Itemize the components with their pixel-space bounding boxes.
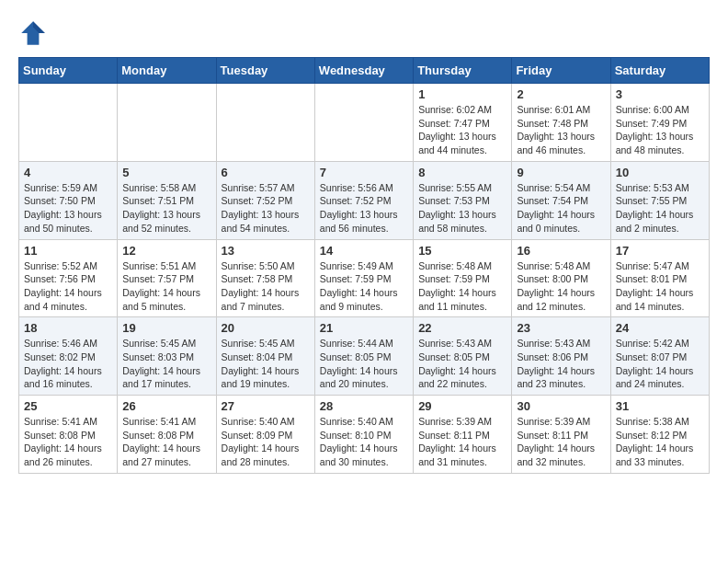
calendar-cell: 12Sunrise: 5:51 AM Sunset: 7:57 PM Dayli… [118,239,216,317]
header-row: SundayMondayTuesdayWednesdayThursdayFrid… [19,58,710,84]
calendar-cell: 20Sunrise: 5:45 AM Sunset: 8:04 PM Dayli… [216,317,314,396]
day-info: Sunrise: 5:56 AM Sunset: 7:52 PM Dayligh… [320,181,408,236]
calendar-cell: 30Sunrise: 5:39 AM Sunset: 8:11 PM Dayli… [512,396,610,474]
day-info: Sunrise: 6:01 AM Sunset: 7:48 PM Dayligh… [517,103,605,157]
day-info: Sunrise: 5:58 AM Sunset: 7:51 PM Dayligh… [122,181,210,236]
day-info: Sunrise: 5:38 AM Sunset: 8:12 PM Dayligh… [616,415,704,469]
day-info: Sunrise: 5:41 AM Sunset: 8:08 PM Dayligh… [122,415,210,469]
calendar-cell [314,84,413,162]
day-info: Sunrise: 5:42 AM Sunset: 8:07 PM Dayligh… [616,337,704,391]
day-info: Sunrise: 5:39 AM Sunset: 8:11 PM Dayligh… [517,415,605,469]
day-number: 29 [418,399,506,413]
calendar-cell: 6Sunrise: 5:57 AM Sunset: 7:52 PM Daylig… [216,161,314,239]
day-number: 5 [122,166,210,179]
calendar-cell: 8Sunrise: 5:55 AM Sunset: 7:53 PM Daylig… [414,161,512,239]
day-info: Sunrise: 5:54 AM Sunset: 7:54 PM Dayligh… [517,181,605,236]
day-number: 10 [616,166,704,179]
calendar-cell: 17Sunrise: 5:47 AM Sunset: 8:01 PM Dayli… [610,239,709,317]
calendar-cell: 28Sunrise: 5:40 AM Sunset: 8:10 PM Dayli… [314,396,413,474]
day-info: Sunrise: 6:02 AM Sunset: 7:47 PM Dayligh… [418,103,506,157]
calendar-cell: 14Sunrise: 5:49 AM Sunset: 7:59 PM Dayli… [314,239,413,317]
day-number: 12 [122,244,210,258]
calendar-cell [118,84,216,162]
calendar-cell: 10Sunrise: 5:53 AM Sunset: 7:55 PM Dayli… [610,161,709,239]
day-info: Sunrise: 5:52 AM Sunset: 7:56 PM Dayligh… [24,259,112,314]
calendar-cell: 25Sunrise: 5:41 AM Sunset: 8:08 PM Dayli… [19,396,118,474]
calendar-cell [216,84,314,162]
calendar-cell: 27Sunrise: 5:40 AM Sunset: 8:09 PM Dayli… [216,396,314,474]
day-info: Sunrise: 5:43 AM Sunset: 8:06 PM Dayligh… [517,337,605,391]
day-info: Sunrise: 5:53 AM Sunset: 7:55 PM Dayligh… [616,181,704,236]
calendar-cell: 15Sunrise: 5:48 AM Sunset: 7:59 PM Dayli… [414,239,512,317]
logo [18,18,53,48]
calendar-cell: 19Sunrise: 5:45 AM Sunset: 8:03 PM Dayli… [118,317,216,396]
day-info: Sunrise: 5:45 AM Sunset: 8:04 PM Dayligh… [222,337,310,391]
day-header-friday: Friday [512,58,610,84]
day-info: Sunrise: 5:40 AM Sunset: 8:09 PM Dayligh… [222,415,310,469]
day-number: 23 [517,321,605,335]
calendar-cell: 29Sunrise: 5:39 AM Sunset: 8:11 PM Dayli… [414,396,512,474]
day-number: 4 [24,166,112,179]
day-info: Sunrise: 5:40 AM Sunset: 8:10 PM Dayligh… [320,415,408,469]
day-info: Sunrise: 5:55 AM Sunset: 7:53 PM Dayligh… [418,181,506,236]
calendar-cell: 7Sunrise: 5:56 AM Sunset: 7:52 PM Daylig… [314,161,413,239]
day-info: Sunrise: 5:44 AM Sunset: 8:05 PM Dayligh… [320,337,408,391]
calendar-cell: 26Sunrise: 5:41 AM Sunset: 8:08 PM Dayli… [118,396,216,474]
day-number: 6 [222,166,310,179]
day-info: Sunrise: 6:00 AM Sunset: 7:49 PM Dayligh… [616,103,704,157]
day-info: Sunrise: 5:48 AM Sunset: 7:59 PM Dayligh… [418,259,506,314]
day-header-wednesday: Wednesday [314,58,413,84]
day-header-thursday: Thursday [414,58,512,84]
day-number: 9 [517,166,605,179]
day-number: 16 [517,244,605,258]
day-number: 28 [320,399,408,413]
calendar-cell: 3Sunrise: 6:00 AM Sunset: 7:49 PM Daylig… [610,84,709,162]
day-number: 13 [222,244,310,258]
calendar-week-2: 4Sunrise: 5:59 AM Sunset: 7:50 PM Daylig… [19,161,710,239]
day-info: Sunrise: 5:59 AM Sunset: 7:50 PM Dayligh… [24,181,112,236]
day-number: 18 [24,321,112,335]
day-info: Sunrise: 5:49 AM Sunset: 7:59 PM Dayligh… [320,259,408,314]
day-info: Sunrise: 5:43 AM Sunset: 8:05 PM Dayligh… [418,337,506,391]
calendar-cell: 31Sunrise: 5:38 AM Sunset: 8:12 PM Dayli… [610,396,709,474]
calendar-week-4: 18Sunrise: 5:46 AM Sunset: 8:02 PM Dayli… [19,317,710,396]
day-number: 7 [320,166,408,179]
day-number: 31 [616,399,704,413]
calendar-week-3: 11Sunrise: 5:52 AM Sunset: 7:56 PM Dayli… [19,239,710,317]
day-number: 17 [616,244,704,258]
calendar-cell: 5Sunrise: 5:58 AM Sunset: 7:51 PM Daylig… [118,161,216,239]
calendar-body: 1Sunrise: 6:02 AM Sunset: 7:47 PM Daylig… [19,84,710,474]
day-number: 8 [418,166,506,179]
day-header-sunday: Sunday [19,58,118,84]
calendar-cell: 24Sunrise: 5:42 AM Sunset: 8:07 PM Dayli… [610,317,709,396]
day-number: 11 [24,244,112,258]
calendar-table: SundayMondayTuesdayWednesdayThursdayFrid… [18,57,710,474]
day-number: 26 [122,399,210,413]
calendar-header: SundayMondayTuesdayWednesdayThursdayFrid… [19,58,710,84]
logo-icon [18,18,48,48]
day-number: 15 [418,244,506,258]
day-number: 27 [222,399,310,413]
day-number: 19 [122,321,210,335]
day-number: 3 [616,87,704,101]
day-number: 24 [616,321,704,335]
day-number: 2 [517,87,605,101]
day-info: Sunrise: 5:57 AM Sunset: 7:52 PM Dayligh… [222,181,310,236]
day-number: 14 [320,244,408,258]
day-header-saturday: Saturday [610,58,709,84]
day-number: 22 [418,321,506,335]
day-header-monday: Monday [118,58,216,84]
day-info: Sunrise: 5:51 AM Sunset: 7:57 PM Dayligh… [122,259,210,314]
day-info: Sunrise: 5:48 AM Sunset: 8:00 PM Dayligh… [517,259,605,314]
calendar-cell: 11Sunrise: 5:52 AM Sunset: 7:56 PM Dayli… [19,239,118,317]
calendar-cell: 1Sunrise: 6:02 AM Sunset: 7:47 PM Daylig… [414,84,512,162]
calendar-cell: 2Sunrise: 6:01 AM Sunset: 7:48 PM Daylig… [512,84,610,162]
calendar-week-5: 25Sunrise: 5:41 AM Sunset: 8:08 PM Dayli… [19,396,710,474]
calendar-cell: 13Sunrise: 5:50 AM Sunset: 7:58 PM Dayli… [216,239,314,317]
day-number: 1 [418,87,506,101]
day-info: Sunrise: 5:41 AM Sunset: 8:08 PM Dayligh… [24,415,112,469]
day-info: Sunrise: 5:39 AM Sunset: 8:11 PM Dayligh… [418,415,506,469]
day-info: Sunrise: 5:50 AM Sunset: 7:58 PM Dayligh… [222,259,310,314]
day-number: 30 [517,399,605,413]
day-header-tuesday: Tuesday [216,58,314,84]
